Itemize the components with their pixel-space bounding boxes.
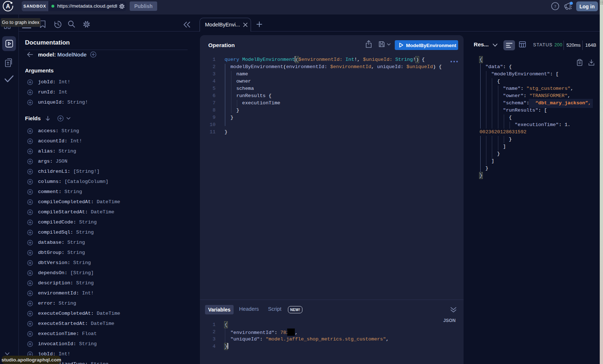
- svg-text:?: ?: [554, 4, 556, 9]
- svg-text:A: A: [6, 3, 10, 9]
